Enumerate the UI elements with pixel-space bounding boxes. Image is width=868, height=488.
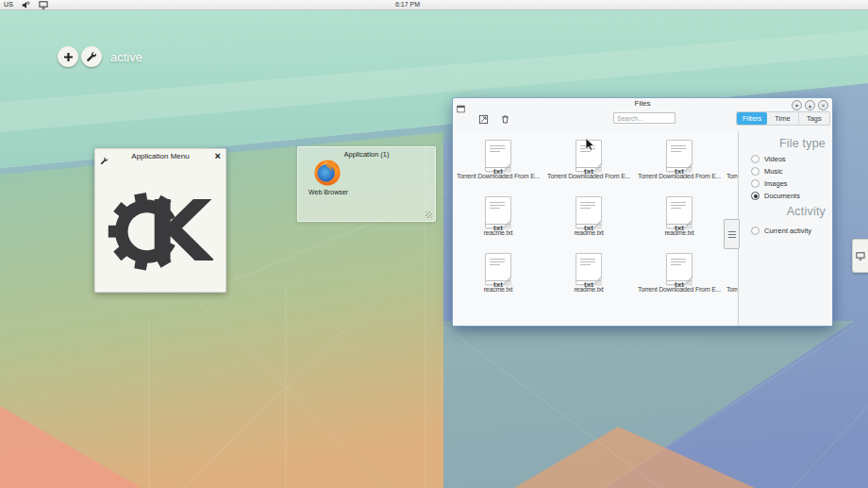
wrench-icon bbox=[86, 51, 97, 62]
file-item[interactable]: txt readme.txt bbox=[543, 196, 634, 245]
filter-sidebar: File type Videos Music Images Documents … bbox=[739, 131, 832, 326]
file-item[interactable]: txt reacme.txt bbox=[453, 196, 543, 245]
plus-icon bbox=[62, 51, 75, 63]
firefox-icon[interactable] bbox=[313, 159, 342, 187]
file-label: Torre... bbox=[725, 286, 738, 293]
file-label: Torre... bbox=[725, 173, 738, 179]
text-file-icon: txt bbox=[666, 196, 693, 228]
activity-controls: active bbox=[58, 46, 142, 67]
file-label: Torrent Downloaded From E... bbox=[543, 173, 634, 179]
widget-title: Application (1) bbox=[298, 150, 435, 159]
radio-icon bbox=[751, 179, 760, 188]
filetype-option-images[interactable]: Images bbox=[751, 178, 788, 189]
filetype-option-documents[interactable]: Documents bbox=[751, 191, 800, 201]
top-panel: US 6:17 PM bbox=[0, 0, 868, 10]
window-title: Files bbox=[453, 99, 832, 108]
file-item[interactable]: txt readme.txt bbox=[634, 196, 725, 245]
text-file-icon: txt bbox=[485, 253, 511, 285]
file-grid: txt Torrent Downloaded From E... txt Tor… bbox=[453, 131, 738, 326]
close-icon[interactable]: × bbox=[215, 149, 221, 162]
application-menu-header: Application Menu × bbox=[95, 149, 225, 162]
panel-handle[interactable] bbox=[852, 239, 868, 273]
grid-row: txt reacme.txt txt readme.txt txt Torren… bbox=[453, 253, 738, 302]
display-icon[interactable] bbox=[39, 0, 48, 9]
configure-activity-button[interactable] bbox=[81, 46, 102, 67]
desktop: US 6:17 PM active Application Menu × bbox=[0, 0, 868, 488]
resize-grip-icon[interactable] bbox=[426, 211, 432, 218]
file-label: reacme.txt bbox=[453, 229, 543, 236]
toolbar: Filters Time Tags bbox=[453, 110, 832, 131]
file-item[interactable]: Torre... bbox=[725, 140, 738, 189]
preview-icon[interactable] bbox=[477, 113, 490, 126]
search-input[interactable] bbox=[613, 112, 676, 124]
tab-time[interactable]: Time bbox=[767, 112, 798, 125]
splitter-handle[interactable] bbox=[724, 219, 740, 249]
filetype-option-videos[interactable]: Videos bbox=[751, 154, 786, 164]
tab-tags[interactable]: Tags bbox=[799, 112, 829, 125]
file-item[interactable]: Torre... bbox=[725, 253, 738, 302]
widget-title: Application Menu bbox=[95, 152, 225, 160]
clock[interactable]: 6:17 PM bbox=[379, 0, 436, 9]
radio-selected-icon bbox=[751, 192, 760, 200]
activity-option-current[interactable]: Current activity bbox=[751, 226, 811, 236]
tab-filters[interactable]: Filters bbox=[737, 112, 767, 125]
filter-tabs: Filters Time Tags bbox=[736, 111, 830, 126]
add-activity-button[interactable] bbox=[58, 46, 78, 67]
keyboard-layout-indicator[interactable]: US bbox=[4, 0, 13, 9]
text-file-icon: txt bbox=[666, 253, 693, 285]
radio-icon bbox=[751, 167, 760, 176]
files-window: Files ▾ ▴ × Filters Time Tags bbox=[453, 98, 832, 326]
text-file-icon: txt bbox=[666, 140, 693, 172]
window-controls: ▾ ▴ × bbox=[789, 100, 828, 110]
file-type-heading: File type bbox=[779, 137, 826, 150]
display-icon bbox=[856, 252, 865, 261]
file-label: reacme.txt bbox=[453, 286, 543, 293]
mouse-cursor bbox=[585, 138, 596, 152]
text-file-icon: txt bbox=[576, 253, 602, 285]
file-label: readme.txt bbox=[543, 229, 634, 236]
volume-icon[interactable] bbox=[22, 0, 30, 9]
minimize-button[interactable]: ▾ bbox=[792, 100, 802, 110]
file-label: Torrent Downloaded From E... bbox=[453, 173, 543, 179]
activity-heading: Activity bbox=[787, 205, 826, 218]
titlebar[interactable]: Files ▾ ▴ × bbox=[453, 98, 832, 110]
application-widget[interactable]: Application (1) Web Browser bbox=[297, 146, 436, 222]
kde-logo: K bbox=[108, 164, 213, 285]
trash-icon[interactable] bbox=[499, 113, 511, 126]
file-item[interactable]: txt reacme.txt bbox=[453, 253, 543, 302]
app-label[interactable]: Web Browser bbox=[298, 189, 359, 195]
text-file-icon: txt bbox=[485, 196, 511, 228]
file-item[interactable]: txt Torrent Downloaded From E... bbox=[453, 140, 543, 189]
grid-row: txt reacme.txt txt readme.txt txt readme… bbox=[453, 196, 738, 245]
file-item[interactable]: txt Torrent Downloaded From E... bbox=[634, 253, 725, 302]
file-item[interactable]: txt readme.txt bbox=[543, 253, 634, 302]
file-item[interactable]: txt Torrent Downloaded From E... bbox=[634, 140, 725, 189]
file-label: Torrent Downloaded From E... bbox=[634, 286, 725, 293]
text-file-icon: txt bbox=[576, 196, 602, 228]
svg-text:K: K bbox=[147, 182, 213, 280]
application-menu-widget[interactable]: Application Menu × K bbox=[94, 148, 226, 293]
radio-icon bbox=[751, 155, 760, 163]
file-label: readme.txt bbox=[543, 286, 634, 293]
activity-label: active bbox=[110, 50, 142, 64]
file-label: readme.txt bbox=[634, 229, 725, 236]
close-button[interactable]: × bbox=[818, 100, 828, 110]
filetype-option-music[interactable]: Music bbox=[751, 166, 783, 177]
maximize-button[interactable]: ▴ bbox=[805, 100, 815, 110]
file-label: Torrent Downloaded From E... bbox=[634, 173, 725, 179]
text-file-icon: txt bbox=[485, 140, 511, 172]
radio-icon bbox=[751, 227, 760, 235]
